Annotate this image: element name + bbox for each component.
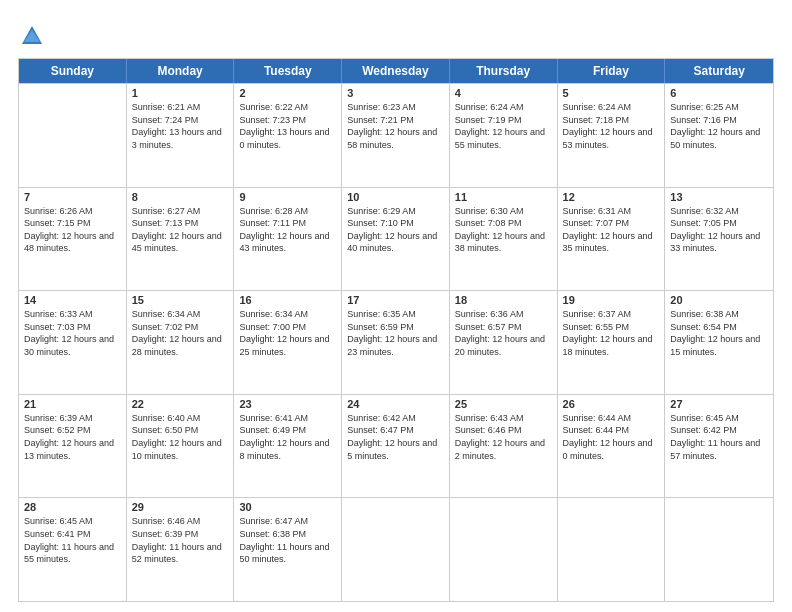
cell-info: Sunrise: 6:27 AMSunset: 7:13 PMDaylight:…	[132, 205, 229, 255]
cell-info: Sunrise: 6:24 AMSunset: 7:18 PMDaylight:…	[563, 101, 660, 151]
cal-cell: 28Sunrise: 6:45 AMSunset: 6:41 PMDayligh…	[19, 498, 127, 601]
cal-header-cell: Friday	[558, 59, 666, 83]
cal-cell	[450, 498, 558, 601]
cell-info: Sunrise: 6:40 AMSunset: 6:50 PMDaylight:…	[132, 412, 229, 462]
cal-header-cell: Tuesday	[234, 59, 342, 83]
cell-day-number: 20	[670, 294, 768, 306]
cal-cell: 13Sunrise: 6:32 AMSunset: 7:05 PMDayligh…	[665, 188, 773, 291]
cell-info: Sunrise: 6:31 AMSunset: 7:07 PMDaylight:…	[563, 205, 660, 255]
cell-day-number: 10	[347, 191, 444, 203]
cal-cell: 11Sunrise: 6:30 AMSunset: 7:08 PMDayligh…	[450, 188, 558, 291]
svg-marker-1	[24, 30, 40, 42]
cal-cell: 26Sunrise: 6:44 AMSunset: 6:44 PMDayligh…	[558, 395, 666, 498]
cal-header-cell: Wednesday	[342, 59, 450, 83]
cal-cell	[558, 498, 666, 601]
logo	[18, 22, 49, 50]
cell-day-number: 16	[239, 294, 336, 306]
cal-cell: 7Sunrise: 6:26 AMSunset: 7:15 PMDaylight…	[19, 188, 127, 291]
cell-info: Sunrise: 6:39 AMSunset: 6:52 PMDaylight:…	[24, 412, 121, 462]
calendar: SundayMondayTuesdayWednesdayThursdayFrid…	[18, 58, 774, 602]
cal-cell: 29Sunrise: 6:46 AMSunset: 6:39 PMDayligh…	[127, 498, 235, 601]
cal-cell: 17Sunrise: 6:35 AMSunset: 6:59 PMDayligh…	[342, 291, 450, 394]
cell-info: Sunrise: 6:34 AMSunset: 7:02 PMDaylight:…	[132, 308, 229, 358]
cell-info: Sunrise: 6:29 AMSunset: 7:10 PMDaylight:…	[347, 205, 444, 255]
cell-day-number: 19	[563, 294, 660, 306]
cal-week-1: 1Sunrise: 6:21 AMSunset: 7:24 PMDaylight…	[19, 83, 773, 187]
cell-info: Sunrise: 6:37 AMSunset: 6:55 PMDaylight:…	[563, 308, 660, 358]
cell-info: Sunrise: 6:44 AMSunset: 6:44 PMDaylight:…	[563, 412, 660, 462]
cell-info: Sunrise: 6:30 AMSunset: 7:08 PMDaylight:…	[455, 205, 552, 255]
cell-info: Sunrise: 6:32 AMSunset: 7:05 PMDaylight:…	[670, 205, 768, 255]
cell-info: Sunrise: 6:41 AMSunset: 6:49 PMDaylight:…	[239, 412, 336, 462]
cal-cell: 25Sunrise: 6:43 AMSunset: 6:46 PMDayligh…	[450, 395, 558, 498]
cal-cell: 6Sunrise: 6:25 AMSunset: 7:16 PMDaylight…	[665, 84, 773, 187]
cal-cell: 1Sunrise: 6:21 AMSunset: 7:24 PMDaylight…	[127, 84, 235, 187]
cell-info: Sunrise: 6:38 AMSunset: 6:54 PMDaylight:…	[670, 308, 768, 358]
cal-cell: 15Sunrise: 6:34 AMSunset: 7:02 PMDayligh…	[127, 291, 235, 394]
cell-info: Sunrise: 6:24 AMSunset: 7:19 PMDaylight:…	[455, 101, 552, 151]
cell-day-number: 27	[670, 398, 768, 410]
cal-cell: 19Sunrise: 6:37 AMSunset: 6:55 PMDayligh…	[558, 291, 666, 394]
cell-day-number: 18	[455, 294, 552, 306]
calendar-body: 1Sunrise: 6:21 AMSunset: 7:24 PMDaylight…	[19, 83, 773, 601]
cell-day-number: 7	[24, 191, 121, 203]
cell-day-number: 25	[455, 398, 552, 410]
cell-day-number: 17	[347, 294, 444, 306]
cell-info: Sunrise: 6:45 AMSunset: 6:41 PMDaylight:…	[24, 515, 121, 565]
cell-info: Sunrise: 6:28 AMSunset: 7:11 PMDaylight:…	[239, 205, 336, 255]
cell-info: Sunrise: 6:26 AMSunset: 7:15 PMDaylight:…	[24, 205, 121, 255]
cal-cell: 4Sunrise: 6:24 AMSunset: 7:19 PMDaylight…	[450, 84, 558, 187]
cal-cell: 23Sunrise: 6:41 AMSunset: 6:49 PMDayligh…	[234, 395, 342, 498]
cell-info: Sunrise: 6:47 AMSunset: 6:38 PMDaylight:…	[239, 515, 336, 565]
cell-day-number: 1	[132, 87, 229, 99]
cell-day-number: 21	[24, 398, 121, 410]
cell-day-number: 15	[132, 294, 229, 306]
cal-cell: 9Sunrise: 6:28 AMSunset: 7:11 PMDaylight…	[234, 188, 342, 291]
cell-info: Sunrise: 6:45 AMSunset: 6:42 PMDaylight:…	[670, 412, 768, 462]
cell-info: Sunrise: 6:35 AMSunset: 6:59 PMDaylight:…	[347, 308, 444, 358]
cal-week-2: 7Sunrise: 6:26 AMSunset: 7:15 PMDaylight…	[19, 187, 773, 291]
cell-info: Sunrise: 6:42 AMSunset: 6:47 PMDaylight:…	[347, 412, 444, 462]
cal-cell	[665, 498, 773, 601]
cal-cell: 30Sunrise: 6:47 AMSunset: 6:38 PMDayligh…	[234, 498, 342, 601]
cell-day-number: 2	[239, 87, 336, 99]
cell-info: Sunrise: 6:21 AMSunset: 7:24 PMDaylight:…	[132, 101, 229, 151]
cell-day-number: 11	[455, 191, 552, 203]
cell-day-number: 13	[670, 191, 768, 203]
cell-day-number: 4	[455, 87, 552, 99]
cell-day-number: 14	[24, 294, 121, 306]
cell-info: Sunrise: 6:25 AMSunset: 7:16 PMDaylight:…	[670, 101, 768, 151]
cell-day-number: 30	[239, 501, 336, 513]
cal-header-cell: Saturday	[665, 59, 773, 83]
cell-day-number: 29	[132, 501, 229, 513]
header	[18, 18, 774, 50]
cal-cell: 20Sunrise: 6:38 AMSunset: 6:54 PMDayligh…	[665, 291, 773, 394]
cal-week-3: 14Sunrise: 6:33 AMSunset: 7:03 PMDayligh…	[19, 290, 773, 394]
cell-day-number: 6	[670, 87, 768, 99]
cal-cell: 5Sunrise: 6:24 AMSunset: 7:18 PMDaylight…	[558, 84, 666, 187]
cal-cell: 22Sunrise: 6:40 AMSunset: 6:50 PMDayligh…	[127, 395, 235, 498]
cal-week-4: 21Sunrise: 6:39 AMSunset: 6:52 PMDayligh…	[19, 394, 773, 498]
calendar-header-row: SundayMondayTuesdayWednesdayThursdayFrid…	[19, 59, 773, 83]
cal-cell: 8Sunrise: 6:27 AMSunset: 7:13 PMDaylight…	[127, 188, 235, 291]
cal-cell	[342, 498, 450, 601]
cell-day-number: 26	[563, 398, 660, 410]
cell-day-number: 24	[347, 398, 444, 410]
page: SundayMondayTuesdayWednesdayThursdayFrid…	[0, 0, 792, 612]
cal-cell: 16Sunrise: 6:34 AMSunset: 7:00 PMDayligh…	[234, 291, 342, 394]
cal-header-cell: Monday	[127, 59, 235, 83]
cell-day-number: 22	[132, 398, 229, 410]
cell-info: Sunrise: 6:43 AMSunset: 6:46 PMDaylight:…	[455, 412, 552, 462]
cal-cell: 3Sunrise: 6:23 AMSunset: 7:21 PMDaylight…	[342, 84, 450, 187]
cal-header-cell: Thursday	[450, 59, 558, 83]
cal-cell: 21Sunrise: 6:39 AMSunset: 6:52 PMDayligh…	[19, 395, 127, 498]
logo-icon	[18, 22, 46, 50]
cell-day-number: 23	[239, 398, 336, 410]
cell-info: Sunrise: 6:23 AMSunset: 7:21 PMDaylight:…	[347, 101, 444, 151]
cal-cell: 18Sunrise: 6:36 AMSunset: 6:57 PMDayligh…	[450, 291, 558, 394]
cell-day-number: 12	[563, 191, 660, 203]
cal-cell: 12Sunrise: 6:31 AMSunset: 7:07 PMDayligh…	[558, 188, 666, 291]
cal-cell: 27Sunrise: 6:45 AMSunset: 6:42 PMDayligh…	[665, 395, 773, 498]
cal-cell: 24Sunrise: 6:42 AMSunset: 6:47 PMDayligh…	[342, 395, 450, 498]
cal-cell	[19, 84, 127, 187]
